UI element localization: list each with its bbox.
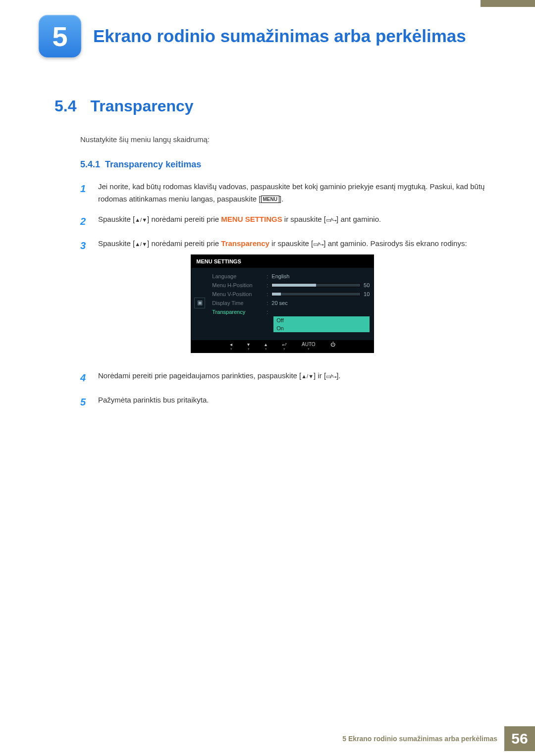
step-number: 3 bbox=[80, 238, 89, 362]
osd-down-icon: ▾▾ bbox=[247, 342, 250, 351]
steps-list: 1 Jei norite, kad būtų rodomas klavišų v… bbox=[80, 181, 487, 410]
osd-up-icon: ▴▾ bbox=[265, 342, 267, 351]
section-title: Transparency bbox=[90, 97, 193, 115]
transparency-label: Transparency bbox=[221, 239, 269, 248]
step-1: 1 Jei norite, kad būtų rodomas klavišų v… bbox=[80, 181, 487, 205]
step-text: Spauskite [ bbox=[98, 215, 135, 223]
osd-label: Menu V-Position bbox=[212, 290, 267, 299]
osd-auto-label: AUTO▾ bbox=[302, 342, 316, 351]
up-down-icon bbox=[135, 215, 147, 223]
section-heading: 5.4 Transparency bbox=[54, 97, 487, 115]
subsection-heading: 5.4.1 Transparency keitimas bbox=[80, 159, 487, 170]
step-text: ] ant gaminio. Pasirodys šis ekrano rodi… bbox=[323, 239, 467, 248]
osd-label: Transparency bbox=[212, 307, 267, 316]
select-enter-icon bbox=[326, 215, 336, 223]
osd-controls-bar: ◂▾ ▾▾ ▴▾ ⮐▾ AUTO▾ ⏻ bbox=[191, 340, 374, 353]
osd-value: English bbox=[271, 272, 370, 281]
select-enter-icon bbox=[313, 239, 323, 248]
slider-icon bbox=[271, 292, 361, 296]
osd-label: Display Time bbox=[212, 299, 267, 307]
page-number: 56 bbox=[504, 726, 535, 751]
step-number: 5 bbox=[80, 394, 89, 410]
osd-value: 10 bbox=[364, 290, 370, 299]
page-footer: 5 Ekrano rodinio sumažinimas arba perkėl… bbox=[342, 726, 535, 751]
osd-option-off: Off bbox=[273, 316, 370, 324]
footer-text: 5 Ekrano rodinio sumažinimas arba perkėl… bbox=[342, 735, 497, 743]
step-text: ]. bbox=[279, 195, 283, 203]
select-enter-icon bbox=[326, 371, 336, 380]
step-2: 2 Spauskite [] norėdami pereiti prie MEN… bbox=[80, 213, 487, 230]
osd-side-nav: ▣ bbox=[191, 268, 208, 340]
osd-screenshot: MENU SETTINGS ▣ Language: English bbox=[191, 254, 374, 353]
menu-key-icon: MENU bbox=[261, 196, 279, 203]
step-number: 2 bbox=[80, 213, 89, 230]
up-down-icon bbox=[135, 239, 147, 248]
osd-option-on: On bbox=[273, 324, 370, 332]
osd-nav-icon: ▣ bbox=[194, 298, 205, 308]
step-text: ] norėdami pereiti prie bbox=[147, 239, 221, 248]
step-number: 4 bbox=[80, 370, 89, 386]
step-text: ir spauskite [ bbox=[269, 239, 313, 248]
step-text: Norėdami pereiti prie pageidaujamos pari… bbox=[98, 371, 301, 380]
step-text: ] ant gaminio. bbox=[336, 215, 381, 223]
osd-row-hpos: Menu H-Position: 50 bbox=[208, 281, 374, 290]
chapter-number-badge: 5 bbox=[39, 15, 81, 57]
osd-enter-icon: ⮐▾ bbox=[282, 342, 287, 351]
osd-label: Menu H-Position bbox=[212, 281, 267, 290]
osd-row-vpos: Menu V-Position: 10 bbox=[208, 290, 374, 299]
step-text: ]. bbox=[336, 371, 340, 380]
chapter-title: Ekrano rodinio sumažinimas arba perkėlim… bbox=[93, 26, 466, 46]
osd-power-icon: ⏻ bbox=[330, 342, 335, 351]
step-4: 4 Norėdami pereiti prie pageidaujamos pa… bbox=[80, 370, 487, 386]
step-5: 5 Pažymėta parinktis bus pritaikyta. bbox=[80, 394, 487, 410]
step-3: 3 Spauskite [] norėdami pereiti prie Tra… bbox=[80, 238, 487, 362]
subsection-title: Transparency keitimas bbox=[105, 159, 201, 169]
osd-label: Language bbox=[212, 272, 267, 281]
osd-row-language: Language: English bbox=[208, 272, 374, 281]
osd-value: 50 bbox=[364, 281, 370, 290]
menu-settings-label: MENU SETTINGS bbox=[221, 215, 282, 223]
chapter-header: 5 Ekrano rodinio sumažinimas arba perkėl… bbox=[39, 15, 535, 57]
step-text: ir spauskite [ bbox=[282, 215, 326, 223]
header-stripe bbox=[481, 0, 535, 7]
osd-row-displaytime: Display Time: 20 sec bbox=[208, 299, 374, 307]
step-number: 1 bbox=[80, 181, 89, 205]
section-number: 5.4 bbox=[54, 97, 76, 115]
step-text: Jei norite, kad būtų rodomas klavišų vad… bbox=[98, 182, 484, 203]
section-intro: Nustatykite šių meniu langų skaidrumą: bbox=[80, 135, 487, 144]
osd-title: MENU SETTINGS bbox=[191, 255, 374, 268]
osd-row-transparency: Transparency: bbox=[208, 307, 374, 316]
step-text: Pažymėta parinktis bus pritaikyta. bbox=[98, 394, 209, 410]
osd-back-icon: ◂▾ bbox=[230, 342, 232, 351]
slider-icon bbox=[271, 283, 361, 287]
up-down-icon bbox=[301, 371, 314, 380]
step-text: ] ir [ bbox=[314, 371, 326, 380]
subsection-number: 5.4.1 bbox=[80, 159, 100, 169]
osd-options: Off On bbox=[269, 316, 374, 336]
step-text: Spauskite [ bbox=[98, 239, 135, 248]
step-text: ] norėdami pereiti prie bbox=[147, 215, 221, 223]
osd-value: 20 sec bbox=[271, 299, 370, 307]
